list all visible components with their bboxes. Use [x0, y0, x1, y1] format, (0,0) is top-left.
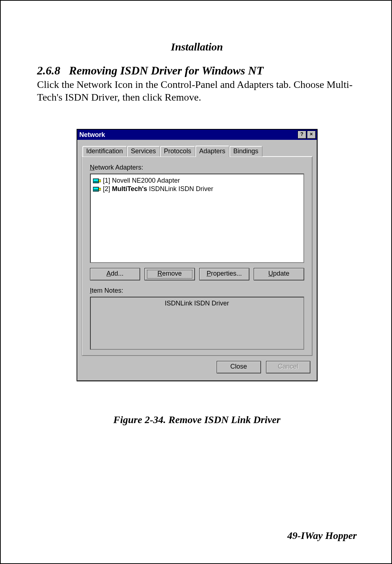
label-rest: roperties...	[211, 270, 242, 277]
adapter-icon	[93, 186, 101, 192]
network-adapters-label: Network Adapters:	[90, 164, 304, 171]
tab-services[interactable]: Services	[127, 146, 160, 157]
label-rest: pdate	[273, 270, 289, 277]
item-notes-box: ISDNLink ISDN Driver	[90, 297, 304, 350]
label-bold: MultiTech's	[112, 185, 147, 192]
page-footer: 49-IWay Hopper	[287, 530, 357, 541]
add-button[interactable]: Add...	[90, 268, 140, 280]
list-item-label: [1] Novell NE2000 Adapter	[103, 177, 180, 184]
item-notes-label: Item Notes:	[90, 287, 304, 295]
label-rest: dd...	[111, 270, 123, 277]
remove-button[interactable]: Remove	[144, 268, 195, 280]
tab-identification[interactable]: Identification	[82, 146, 127, 157]
tab-protocols[interactable]: Protocols	[160, 146, 195, 157]
network-dialog: Network ? × Identification Services Prot…	[77, 129, 318, 381]
mnemonic-n: N	[90, 164, 95, 171]
mnemonic: U	[268, 270, 273, 277]
label-rest: tem Notes:	[92, 287, 123, 294]
section-title: Removing ISDN Driver for Windows NT	[69, 64, 264, 77]
network-adapters-list[interactable]: [1] Novell NE2000 Adapter [2] MultiTech'…	[90, 174, 304, 263]
label-suffix: ISDNLink ISDN Driver	[147, 185, 213, 192]
list-item[interactable]: [2] MultiTech's ISDNLink ISDN Driver	[92, 185, 302, 193]
item-notes-value: ISDNLink ISDN Driver	[165, 300, 229, 307]
list-item-label: [2] MultiTech's ISDNLink ISDN Driver	[103, 185, 213, 193]
page-header: Installation	[37, 41, 357, 53]
update-button[interactable]: Update	[254, 268, 304, 280]
mnemonic: R	[158, 270, 162, 277]
svg-rect-1	[94, 179, 98, 181]
label-rest: emove	[162, 270, 182, 277]
list-item[interactable]: [1] Novell NE2000 Adapter	[92, 176, 302, 185]
help-button[interactable]: ?	[298, 131, 306, 139]
tab-adapters-panel: Network Adapters: [1] Novell NE2000 Adap…	[82, 156, 313, 356]
svg-rect-2	[99, 180, 101, 182]
section-number: 2.6.8	[37, 64, 60, 77]
mnemonic: A	[106, 270, 111, 277]
mnemonic: P	[207, 270, 211, 277]
section-heading: 2.6.8 Removing ISDN Driver for Windows N…	[37, 64, 357, 77]
label-text: etwork Adapters:	[95, 164, 143, 171]
titlebar[interactable]: Network ? ×	[77, 130, 317, 140]
svg-rect-4	[94, 188, 98, 189]
dialog-title: Network	[79, 131, 297, 139]
label-prefix: [2]	[103, 185, 112, 192]
svg-rect-5	[99, 188, 101, 190]
adapter-icon	[93, 178, 101, 184]
close-button[interactable]: ×	[307, 131, 316, 139]
figure-caption: Figure 2-34. Remove ISDN Link Driver	[37, 414, 357, 426]
properties-button[interactable]: Properties...	[199, 268, 250, 280]
dialog-close-button[interactable]: Close	[217, 361, 261, 373]
tab-adapters[interactable]: Adapters	[195, 146, 229, 157]
dialog-cancel-button: Cancel	[266, 361, 310, 373]
body-paragraph: Click the Network Icon in the Control-Pa…	[37, 78, 357, 104]
tab-bar: Identification Services Protocols Adapte…	[82, 145, 315, 156]
tab-bindings[interactable]: Bindings	[229, 146, 262, 157]
